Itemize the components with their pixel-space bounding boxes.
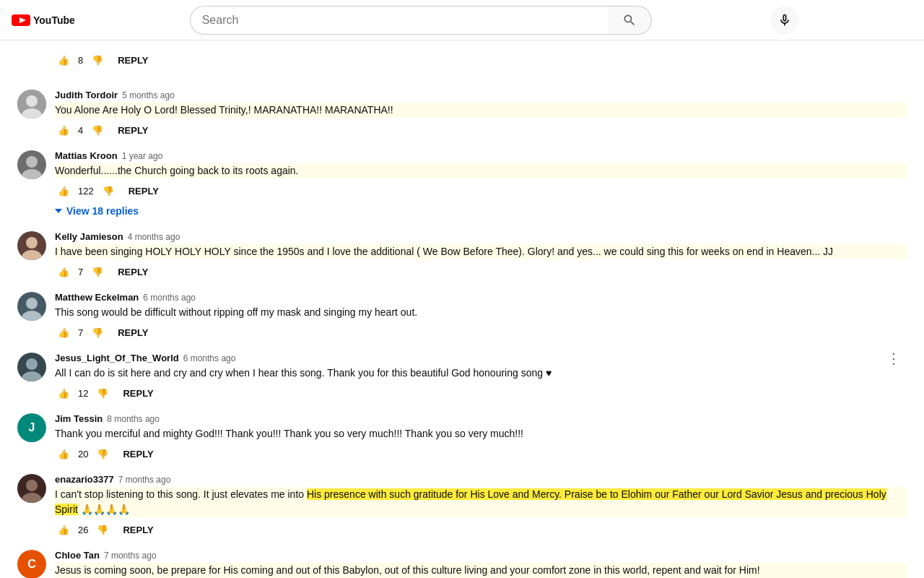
comment-content-jim: Jim Tessin 8 months ago Thank you mercif… (55, 413, 907, 462)
like-button-matthew[interactable]: 👍 (55, 324, 72, 341)
reply-button-kelly[interactable]: REPLY (112, 264, 154, 280)
like-button-enazario[interactable]: 👍 (55, 522, 72, 538)
author-mattias: Mattias Kroon (55, 150, 118, 161)
search-input[interactable] (190, 6, 608, 35)
avatar-kelly (17, 231, 46, 260)
dislike-button-jesus-light[interactable]: 👎 (94, 385, 111, 402)
like-button-partial[interactable]: 👍 (55, 52, 72, 69)
comment-text-jesus-light: All I can do is sit here and cry and cry… (55, 366, 907, 381)
dislike-icon: 👎 (97, 388, 108, 399)
youtube-logo[interactable]: YouTube (12, 13, 77, 27)
like-icon: 👍 (58, 388, 69, 399)
comment-header-jesus-light: Jesus_Light_Of_The_World 6 months ago (55, 353, 907, 363)
avatar-mattias (17, 150, 46, 179)
comment-matthew: Matthew Eckelman 6 months ago This song … (17, 286, 907, 347)
mic-button[interactable] (770, 6, 799, 35)
comment-partial: 👍 8 👎 REPLY (17, 46, 907, 84)
comment-header-chloe: Chloe Tan 7 months ago (55, 550, 907, 561)
comment-judith: Judith Tordoir 5 months ago You Alone Ar… (17, 84, 907, 144)
like-button-jesus-light[interactable]: 👍 (55, 385, 72, 402)
avatar-image-matthew (17, 292, 46, 321)
like-icon: 👍 (58, 327, 69, 338)
more-options-button-jesus-light[interactable]: ⋮ (881, 347, 907, 370)
author-jim: Jim Tessin (55, 413, 103, 424)
like-count-enazario: 26 (78, 525, 88, 535)
comment-text-judith: You Alone Are Holy O Lord! Blessed Trini… (55, 103, 907, 118)
comment-header-kelly: Kelly Jamieson 4 months ago (55, 231, 907, 242)
avatar-image-kelly (17, 231, 46, 260)
search-bar (190, 6, 652, 35)
reply-button-partial[interactable]: REPLY (112, 52, 154, 69)
chevron-down-icon (55, 209, 62, 213)
dislike-button-mattias[interactable]: 👎 (100, 183, 117, 199)
comment-header-mattias: Mattias Kroon 1 year ago (55, 150, 907, 161)
comment-content-enazario: enazario3377 7 months ago I can't stop l… (55, 474, 907, 538)
dislike-button-jim[interactable]: 👎 (94, 446, 111, 462)
time-kelly: 4 months ago (128, 232, 180, 242)
avatar-image-jesus-light (17, 353, 46, 381)
avatar-jesus-light (17, 353, 46, 381)
dislike-icon: 👎 (92, 55, 103, 66)
comment-content-chloe: Chloe Tan 7 months ago Jesus is coming s… (55, 550, 907, 578)
reply-button-mattias[interactable]: REPLY (123, 183, 165, 199)
comment-wrapper-chloe: C Chloe Tan 7 months ago Jesus is coming… (17, 544, 907, 578)
comment-content-matthew: Matthew Eckelman 6 months ago This song … (55, 292, 907, 341)
dislike-button-matthew[interactable]: 👎 (89, 324, 106, 341)
author-judith: Judith Tordoir (55, 90, 118, 100)
like-button-kelly[interactable]: 👍 (55, 264, 72, 280)
comment-content-kelly: Kelly Jamieson 4 months ago I have been … (55, 231, 907, 280)
avatar-jim: J (17, 413, 46, 442)
comment-header-judith: Judith Tordoir 5 months ago (55, 90, 907, 100)
view-replies-mattias[interactable]: View 18 replies (55, 202, 139, 220)
comment-actions-matthew: 👍 7 👎 REPLY (55, 324, 907, 341)
like-icon: 👍 (58, 125, 69, 136)
comment-wrapper-jesus-light: Jesus_Light_Of_The_World 6 months ago Al… (17, 347, 907, 407)
comment-chloe: C Chloe Tan 7 months ago Jesus is coming… (17, 544, 907, 578)
comment-header-jim: Jim Tessin 8 months ago (55, 413, 907, 424)
dislike-button-partial[interactable]: 👎 (89, 52, 106, 69)
like-icon: 👍 (58, 267, 69, 277)
comment-actions-judith: 👍 4 👎 REPLY (55, 122, 907, 139)
avatar-matthew (17, 292, 46, 321)
like-count-mattias: 122 (78, 186, 94, 197)
like-count-matthew: 7 (78, 327, 83, 338)
like-button-mattias[interactable]: 👍 (55, 183, 72, 199)
like-button-judith[interactable]: 👍 (55, 122, 72, 139)
comment-content-judith: Judith Tordoir 5 months ago You Alone Ar… (55, 90, 907, 139)
header: YouTube (0, 0, 924, 40)
comment-wrapper-enazario: enazario3377 7 months ago I can't stop l… (17, 468, 907, 544)
reply-button-matthew[interactable]: REPLY (112, 324, 154, 341)
comment-actions-partial: 👍 8 👎 REPLY (55, 52, 907, 69)
avatar-image-enazario (17, 474, 46, 503)
avatar-image-judith (17, 90, 46, 118)
like-button-jim[interactable]: 👍 (55, 446, 72, 462)
reply-button-judith[interactable]: REPLY (112, 122, 154, 139)
dislike-button-enazario[interactable]: 👎 (94, 522, 111, 538)
reply-button-jesus-light[interactable]: REPLY (117, 385, 159, 402)
dislike-button-kelly[interactable]: 👎 (89, 264, 106, 280)
comment-text-enazario: I can't stop listening to this song. It … (55, 487, 907, 517)
comment-text-chloe: Jesus is coming soon, be prepare for His… (55, 563, 907, 578)
yt-icon: YouTube (12, 13, 77, 27)
like-icon: 👍 (58, 449, 69, 460)
comment-header-enazario: enazario3377 7 months ago (55, 474, 907, 485)
time-jim: 8 months ago (107, 414, 160, 424)
reply-button-enazario[interactable]: REPLY (117, 522, 159, 538)
author-enazario: enazario3377 (55, 474, 114, 485)
svg-point-10 (26, 237, 38, 249)
dislike-button-judith[interactable]: 👎 (89, 122, 106, 139)
reply-button-jim[interactable]: REPLY (117, 446, 159, 462)
dislike-icon: 👎 (92, 125, 103, 136)
time-chloe: 7 months ago (104, 551, 157, 561)
highlighted-text-enazario: His presence with such gratitude for His… (55, 488, 886, 515)
dislike-icon: 👎 (103, 186, 114, 197)
mic-icon (777, 13, 792, 27)
time-judith: 5 months ago (122, 90, 175, 100)
search-button[interactable] (608, 6, 652, 35)
comment-wrapper-jim: J Jim Tessin 8 months ago Thank you merc… (17, 407, 907, 468)
dislike-icon: 👎 (97, 525, 108, 535)
avatar-letter-jim: J (29, 421, 35, 434)
like-icon: 👍 (58, 525, 69, 535)
like-count-kelly: 7 (78, 267, 83, 277)
comment-text-kelly: I have been singing HOLY HOLY HOLY since… (55, 244, 907, 259)
